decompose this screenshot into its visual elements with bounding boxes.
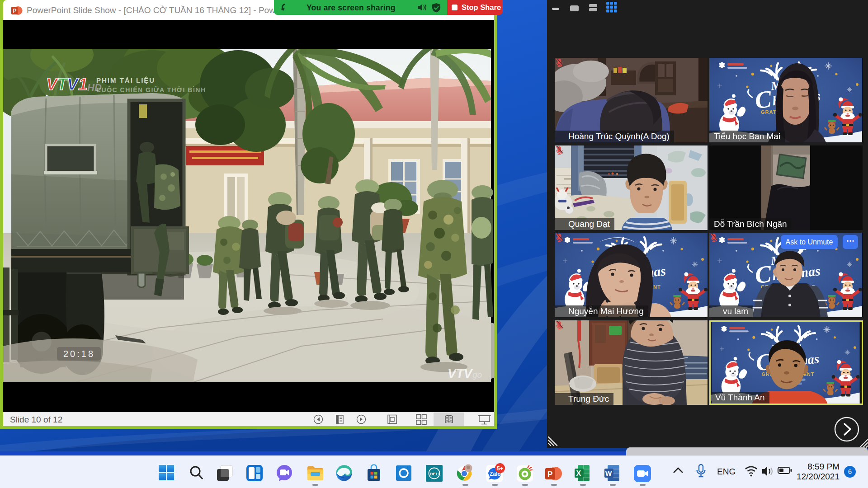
svg-text:X: X xyxy=(576,469,581,477)
svg-text:5+: 5+ xyxy=(497,465,504,472)
svg-text:V: V xyxy=(67,75,80,94)
svg-text:W: W xyxy=(605,469,612,477)
svg-text:VTV: VTV xyxy=(448,366,473,380)
svg-text:20:18: 20:18 xyxy=(63,349,95,359)
svg-text:P: P xyxy=(13,8,17,14)
svg-text:go: go xyxy=(472,370,482,380)
svg-text:PHIM TÀI LIỆU: PHIM TÀI LIỆU xyxy=(96,76,155,84)
svg-text:1: 1 xyxy=(78,75,88,94)
svg-text:P: P xyxy=(547,470,552,479)
svg-text:DELL: DELL xyxy=(430,471,441,476)
svg-text:CUỘC CHIẾN GIỮA THỜI BÌNH: CUỘC CHIẾN GIỮA THỜI BÌNH xyxy=(96,86,206,94)
